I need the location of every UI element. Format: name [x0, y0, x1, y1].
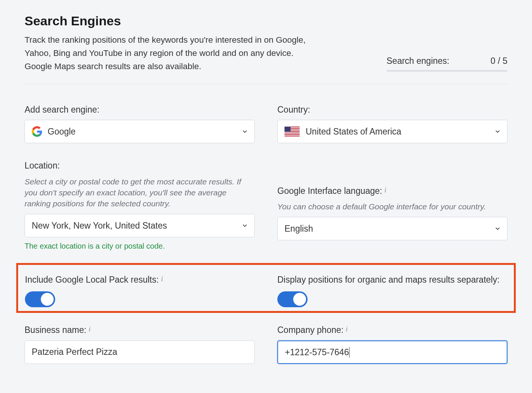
search-engines-progress-bar	[387, 70, 507, 72]
interface-language-helper: You can choose a default Google interfac…	[277, 201, 507, 212]
location-value: New York, New York, United States	[32, 219, 167, 232]
chevron-down-icon	[242, 223, 247, 228]
info-icon[interactable]: i	[384, 185, 386, 195]
location-label: Location:	[25, 159, 255, 172]
svg-rect-4	[285, 132, 300, 133]
interface-language-label: Google Interface language: i	[277, 184, 507, 198]
company-phone-input[interactable]: +1212-575-7646	[277, 340, 507, 364]
display-separate-label: Display positions for organic and maps r…	[277, 273, 507, 286]
divider	[25, 84, 507, 84]
interface-language-select[interactable]: English	[277, 217, 507, 240]
chevron-down-icon	[495, 129, 500, 134]
location-select[interactable]: New York, New York, United States	[25, 214, 255, 237]
search-engines-count-label: Search engines:	[387, 54, 449, 68]
display-separate-toggle[interactable]	[277, 291, 308, 307]
interface-language-value: English	[285, 222, 313, 235]
info-icon[interactable]: i	[161, 274, 163, 284]
info-icon[interactable]: i	[89, 324, 91, 334]
chevron-down-icon	[242, 129, 247, 134]
search-engines-count-value: 0 / 5	[490, 54, 507, 68]
country-select[interactable]: United States of America	[277, 120, 507, 143]
page-title: Search Engines	[25, 11, 323, 31]
add-search-engine-select[interactable]: Google	[25, 120, 255, 143]
company-phone-label: Company phone: i	[277, 323, 507, 337]
business-name-label: Business name: i	[25, 323, 255, 337]
chevron-down-icon	[495, 226, 500, 231]
page-subtitle: Track the ranking positions of the keywo…	[25, 34, 323, 73]
usa-flag-icon	[285, 127, 300, 136]
google-icon	[32, 126, 42, 137]
country-label: Country:	[277, 103, 507, 116]
location-helper: Select a city or postal code to get the …	[25, 176, 255, 209]
highlight-box: Include Google Local Pack results: i Dis…	[16, 263, 516, 313]
info-icon[interactable]: i	[346, 324, 348, 334]
svg-rect-7	[285, 127, 291, 132]
location-hint: The exact location is a city or postal c…	[25, 240, 255, 252]
business-name-input[interactable]	[25, 340, 255, 364]
country-value: United States of America	[306, 125, 401, 138]
local-pack-toggle[interactable]	[25, 291, 55, 307]
add-search-engine-label: Add search engine:	[25, 103, 255, 116]
svg-rect-5	[285, 133, 300, 134]
svg-rect-6	[285, 135, 300, 136]
add-search-engine-value: Google	[48, 125, 76, 138]
local-pack-label: Include Google Local Pack results: i	[25, 273, 255, 286]
